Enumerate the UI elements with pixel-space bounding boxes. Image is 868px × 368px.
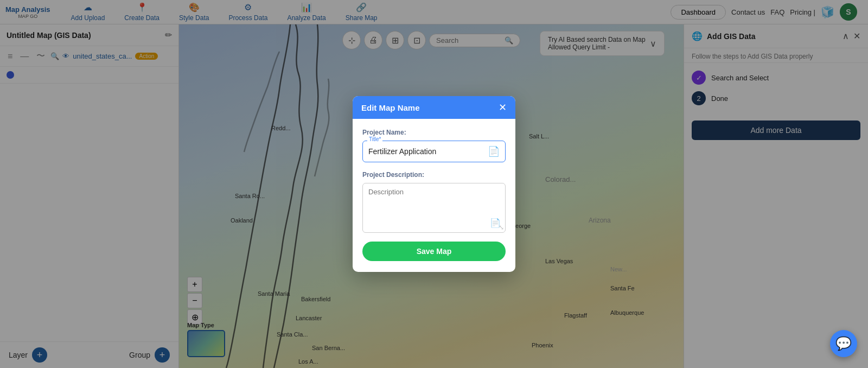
modal-overlay: Edit Map Name ✕ Project Name: Title* 📄 P… [0,0,868,368]
save-map-button[interactable]: Save Map [362,242,506,261]
resize-handle: ⤡ [499,224,504,231]
title-input-wrap: Title* 📄 [362,141,506,162]
description-textarea[interactable] [368,188,500,226]
document-icon: 📄 [488,145,500,157]
modal-title: Edit Map Name [361,103,420,112]
modal-close-button[interactable]: ✕ [499,103,507,112]
title-input[interactable] [368,147,488,156]
description-label: Project Description: [362,171,506,179]
description-wrap: 📄 ⤡ [362,183,506,233]
chat-button[interactable]: 💬 [830,330,857,357]
modal-header: Edit Map Name ✕ [353,96,515,119]
modal-body: Project Name: Title* 📄 Project Descripti… [353,119,515,272]
title-field-label: Title* [367,136,382,142]
project-name-label: Project Name: [362,129,506,136]
edit-map-name-modal: Edit Map Name ✕ Project Name: Title* 📄 P… [353,96,515,272]
